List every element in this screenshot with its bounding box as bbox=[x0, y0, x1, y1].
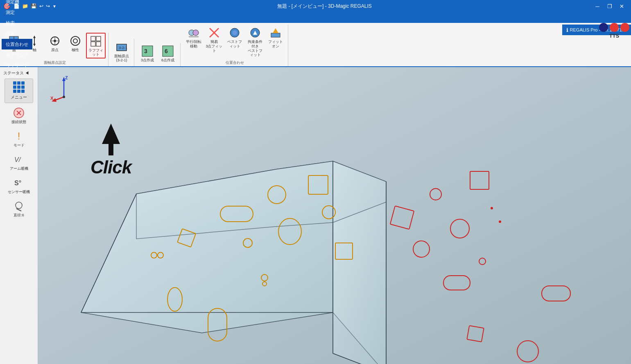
menu-item-ウィザード[interactable]: ウィザード bbox=[2, 60, 32, 71]
fit-on-label: フィットオン bbox=[267, 40, 284, 49]
ribbon-btn-polar[interactable]: 極性 bbox=[66, 33, 85, 59]
logo-circle-1 bbox=[599, 23, 608, 32]
logo-circle-2 bbox=[610, 23, 619, 32]
window-title: 無題 - [メインビュー] - 3D-Magic REGALIS bbox=[277, 3, 372, 10]
menu-button[interactable]: メニュー bbox=[5, 79, 33, 103]
restore-button[interactable]: ❐ bbox=[604, 2, 615, 11]
menu-item-測定機[interactable]: 測定機 bbox=[2, 0, 32, 7]
ribbon-btn-best-fit[interactable]: ベストフィット bbox=[225, 25, 244, 58]
window-controls: ─ ❐ ✕ bbox=[592, 2, 628, 11]
svg-marker-5 bbox=[33, 44, 36, 46]
ribbon-group-makepoints: 3 3点作成 6 6点作成 bbox=[135, 43, 181, 66]
titlebar: 🎯 📄 📁 💾 ↩ ↪ ▼ 無題 - [メインビュー] - 3D-Magic R… bbox=[0, 0, 631, 12]
sidebar: ステータス ◀ メニュー bbox=[0, 67, 38, 364]
svg-point-28 bbox=[232, 30, 237, 35]
svg-point-82 bbox=[63, 96, 65, 98]
svg-rect-12 bbox=[91, 36, 95, 41]
menu-items: ファイル表示CADデータ測定機測定検索演算位置合わせモデリングウィザードツール bbox=[2, 0, 32, 81]
viewport[interactable]: Z X Click bbox=[38, 67, 631, 364]
svg-point-10 bbox=[71, 36, 80, 45]
menu-item-モデリング[interactable]: モデリング bbox=[2, 49, 32, 60]
ribbon-btn-make6pt[interactable]: 6 6点作成 bbox=[158, 43, 178, 64]
svg-point-11 bbox=[73, 39, 77, 43]
svg-point-65 bbox=[491, 207, 493, 209]
ribbon-btn-roughfit[interactable]: ラフフィット bbox=[86, 33, 106, 59]
constrained-fit-icon bbox=[249, 26, 262, 39]
simple-fit-icon bbox=[208, 26, 221, 39]
best-fit-label: ベストフィット bbox=[226, 40, 243, 49]
menu-item-位置合わせ[interactable]: 位置合わせ bbox=[2, 39, 32, 49]
connection-label: 接続状態 bbox=[11, 119, 26, 125]
ribbon-group-321: 3-2-1 面軸原点(3-2-1) bbox=[109, 39, 134, 67]
make3pt-label: 3点作成 bbox=[141, 58, 154, 63]
tts-label: TTS bbox=[609, 33, 620, 39]
menu-item-演算[interactable]: 演算 bbox=[2, 28, 32, 39]
sensor-heat-label: センサー暖機 bbox=[8, 189, 30, 195]
arm-heat-icon: V/ bbox=[12, 153, 25, 166]
logo-area: TTS bbox=[599, 23, 629, 39]
ribbon-btn-face-origin-321[interactable]: 3-2-1 面軸原点(3-2-1) bbox=[112, 39, 131, 64]
qa-undo[interactable]: ↩ bbox=[38, 3, 44, 9]
mode-label: モード bbox=[14, 143, 25, 148]
model-svg bbox=[38, 67, 631, 364]
sidebar-item-connection[interactable]: 接続状態 bbox=[2, 105, 35, 126]
logo-circle-3 bbox=[620, 23, 629, 32]
ribbon-btn-translate[interactable]: 平行/回転移動 bbox=[184, 25, 204, 58]
svg-text:X: X bbox=[50, 96, 54, 101]
fit-on-icon bbox=[269, 26, 282, 39]
svg-rect-15 bbox=[96, 42, 101, 46]
diameter-icon bbox=[12, 200, 25, 213]
ribbon-buttons-4: 平行/回転移動 簡易3点フィット ベストフィット bbox=[184, 25, 285, 58]
menu-item-ツール[interactable]: ツール bbox=[2, 71, 32, 81]
translate-label: 平行/回転移動 bbox=[186, 40, 202, 49]
svg-marker-4 bbox=[33, 36, 36, 38]
menu-item-検索[interactable]: 検索 bbox=[2, 18, 32, 28]
svg-point-23 bbox=[193, 30, 199, 36]
make6pt-icon: 6 bbox=[161, 45, 174, 58]
roughfit-icon bbox=[89, 35, 102, 48]
make6pt-label: 6点作成 bbox=[161, 58, 174, 63]
info-icon: ℹ bbox=[566, 27, 568, 33]
menu-label: メニュー bbox=[11, 94, 27, 100]
sidebar-item-diameter[interactable]: 直径:6 bbox=[2, 198, 35, 220]
sensor-heat-icon: S° bbox=[12, 176, 25, 189]
face-origin-321-label: 面軸原点(3-2-1) bbox=[114, 54, 129, 63]
ribbon-btn-origin[interactable]: 原点 bbox=[45, 33, 65, 59]
menu-grid-icon bbox=[13, 81, 25, 93]
svg-text:3-2-1: 3-2-1 bbox=[119, 46, 127, 50]
ribbon-group-align: 平行/回転移動 簡易3点フィット ベストフィット bbox=[181, 25, 288, 66]
ribbon-btn-make3pt[interactable]: 3 3点作成 bbox=[138, 43, 157, 64]
ribbon-btn-fit-on[interactable]: フィットオン bbox=[266, 25, 285, 58]
svg-rect-20 bbox=[163, 46, 173, 56]
sidebar-item-sensor-heat[interactable]: S° センサー暖機 bbox=[2, 175, 35, 196]
logo-circles bbox=[599, 23, 629, 32]
arm-heat-label: アーム暖機 bbox=[10, 166, 28, 171]
menu-item-測定[interactable]: 測定 bbox=[2, 7, 32, 18]
svg-text:V/: V/ bbox=[14, 156, 21, 163]
svg-marker-31 bbox=[273, 28, 278, 33]
ribbon-btn-constrained-fit[interactable]: 拘束条件付きベストフィット bbox=[245, 25, 265, 58]
menubar: ファイル表示CADデータ測定機測定検索演算位置合わせモデリングウィザードツール bbox=[0, 12, 631, 23]
ribbon-btn-simple-fit[interactable]: 簡易3点フィット bbox=[204, 25, 224, 58]
origin-icon bbox=[48, 34, 61, 47]
translate-icon bbox=[187, 26, 200, 39]
ribbon-buttons-2: 3-2-1 面軸原点(3-2-1) bbox=[112, 39, 131, 64]
close-button[interactable]: ✕ bbox=[616, 2, 628, 11]
sidebar-item-arm-heat[interactable]: V/ アーム暖機 bbox=[2, 151, 35, 173]
constrained-fit-label: 拘束条件付きベストフィット bbox=[247, 40, 264, 57]
qa-dropdown[interactable]: ▼ bbox=[52, 3, 57, 9]
simple-fit-label: 簡易3点フィット bbox=[206, 40, 223, 53]
minimize-button[interactable]: ─ bbox=[592, 2, 603, 11]
svg-line-38 bbox=[16, 209, 21, 211]
qa-redo[interactable]: ↪ bbox=[45, 3, 51, 9]
svg-rect-18 bbox=[142, 46, 153, 56]
sidebar-item-mode[interactable]: ! モード bbox=[2, 128, 35, 150]
svg-text:6: 6 bbox=[165, 48, 168, 54]
best-fit-icon bbox=[228, 26, 241, 39]
click-text: Click bbox=[90, 157, 131, 178]
click-annotation: Click bbox=[90, 124, 131, 178]
main-layout: ステータス ◀ メニュー bbox=[0, 67, 631, 364]
mode-icon: ! bbox=[12, 130, 25, 143]
menubar-row: ファイル表示CADデータ測定機測定検索演算位置合わせモデリングウィザードツール … bbox=[0, 12, 631, 23]
polar-label: 極性 bbox=[72, 48, 79, 52]
